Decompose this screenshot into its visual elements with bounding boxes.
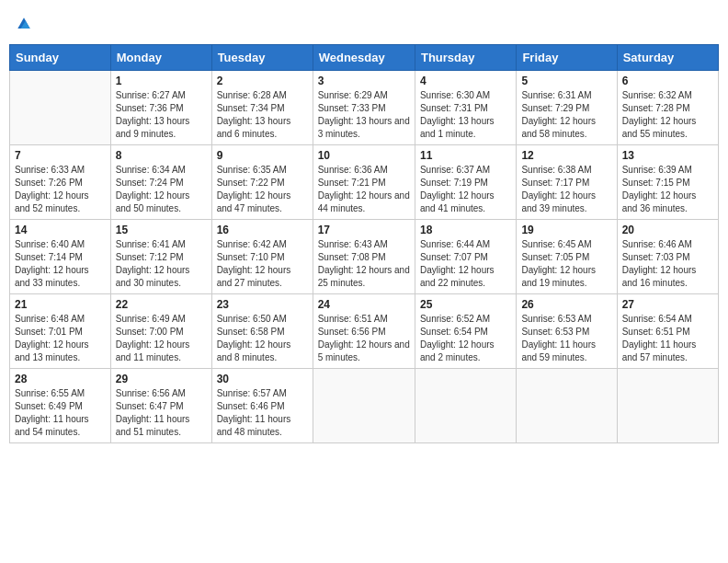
calendar-cell: 16Sunrise: 6:42 AMSunset: 7:10 PMDayligh… xyxy=(211,220,313,294)
calendar-cell: 5Sunrise: 6:31 AMSunset: 7:29 PMDaylight… xyxy=(517,71,617,145)
weekday-header-tuesday: Tuesday xyxy=(211,45,313,71)
calendar-cell: 17Sunrise: 6:43 AMSunset: 7:08 PMDayligh… xyxy=(313,220,415,294)
day-number: 9 xyxy=(217,149,308,162)
calendar-cell xyxy=(313,369,415,443)
day-info: Sunrise: 6:56 AMSunset: 6:47 PMDaylight:… xyxy=(116,387,207,439)
day-number: 12 xyxy=(521,149,611,162)
day-info: Sunrise: 6:36 AMSunset: 7:21 PMDaylight:… xyxy=(318,164,410,215)
calendar-cell: 19Sunrise: 6:45 AMSunset: 7:05 PMDayligh… xyxy=(517,220,617,294)
day-info: Sunrise: 6:28 AMSunset: 7:34 PMDaylight:… xyxy=(217,89,308,141)
day-number: 16 xyxy=(217,224,308,236)
day-number: 26 xyxy=(521,298,611,311)
day-number: 18 xyxy=(420,224,511,236)
calendar-cell: 22Sunrise: 6:49 AMSunset: 7:00 PMDayligh… xyxy=(110,294,211,369)
day-info: Sunrise: 6:46 AMSunset: 7:03 PMDaylight:… xyxy=(622,238,713,290)
day-number: 6 xyxy=(622,75,713,87)
calendar-cell: 21Sunrise: 6:48 AMSunset: 7:01 PMDayligh… xyxy=(10,294,111,369)
calendar-cell: 11Sunrise: 6:37 AMSunset: 7:19 PMDayligh… xyxy=(415,145,516,220)
calendar-cell: 7Sunrise: 6:33 AMSunset: 7:26 PMDaylight… xyxy=(10,145,111,220)
day-number: 27 xyxy=(622,298,713,311)
calendar-cell: 8Sunrise: 6:34 AMSunset: 7:24 PMDaylight… xyxy=(110,145,211,220)
weekday-header-sunday: Sunday xyxy=(10,45,111,71)
weekday-header-monday: Monday xyxy=(110,45,211,71)
day-number: 29 xyxy=(116,373,207,385)
calendar-cell xyxy=(617,369,718,443)
calendar-cell: 23Sunrise: 6:50 AMSunset: 6:58 PMDayligh… xyxy=(211,294,313,369)
day-info: Sunrise: 6:31 AMSunset: 7:29 PMDaylight:… xyxy=(521,89,611,141)
day-info: Sunrise: 6:48 AMSunset: 7:01 PMDaylight:… xyxy=(15,313,106,364)
calendar-cell: 10Sunrise: 6:36 AMSunset: 7:21 PMDayligh… xyxy=(313,145,415,220)
day-number: 15 xyxy=(116,224,207,236)
logo xyxy=(13,15,33,33)
calendar-cell xyxy=(415,369,516,443)
day-info: Sunrise: 6:40 AMSunset: 7:14 PMDaylight:… xyxy=(15,238,106,290)
day-number: 28 xyxy=(15,373,106,385)
calendar-cell: 27Sunrise: 6:54 AMSunset: 6:51 PMDayligh… xyxy=(617,294,718,369)
day-number: 21 xyxy=(15,298,106,311)
day-info: Sunrise: 6:51 AMSunset: 6:56 PMDaylight:… xyxy=(318,313,410,364)
calendar-week-row: 1Sunrise: 6:27 AMSunset: 7:36 PMDaylight… xyxy=(10,71,719,145)
weekday-header-saturday: Saturday xyxy=(617,45,718,71)
day-info: Sunrise: 6:45 AMSunset: 7:05 PMDaylight:… xyxy=(521,238,611,290)
day-number: 25 xyxy=(420,298,511,311)
calendar-cell: 3Sunrise: 6:29 AMSunset: 7:33 PMDaylight… xyxy=(313,71,415,145)
weekday-header-thursday: Thursday xyxy=(415,45,516,71)
day-number: 1 xyxy=(116,75,207,87)
calendar-cell: 12Sunrise: 6:38 AMSunset: 7:17 PMDayligh… xyxy=(517,145,617,220)
calendar-table: SundayMondayTuesdayWednesdayThursdayFrid… xyxy=(9,44,719,443)
day-info: Sunrise: 6:42 AMSunset: 7:10 PMDaylight:… xyxy=(217,238,308,290)
calendar-cell: 26Sunrise: 6:53 AMSunset: 6:53 PMDayligh… xyxy=(517,294,617,369)
day-number: 11 xyxy=(420,149,511,162)
day-number: 24 xyxy=(318,298,410,311)
calendar-cell: 18Sunrise: 6:44 AMSunset: 7:07 PMDayligh… xyxy=(415,220,516,294)
calendar-cell: 28Sunrise: 6:55 AMSunset: 6:49 PMDayligh… xyxy=(10,369,111,443)
day-info: Sunrise: 6:37 AMSunset: 7:19 PMDaylight:… xyxy=(420,164,511,215)
calendar-cell: 25Sunrise: 6:52 AMSunset: 6:54 PMDayligh… xyxy=(415,294,516,369)
day-info: Sunrise: 6:49 AMSunset: 7:00 PMDaylight:… xyxy=(116,313,207,364)
day-info: Sunrise: 6:35 AMSunset: 7:22 PMDaylight:… xyxy=(217,164,308,215)
calendar-cell: 9Sunrise: 6:35 AMSunset: 7:22 PMDaylight… xyxy=(211,145,313,220)
weekday-header-friday: Friday xyxy=(517,45,617,71)
calendar-week-row: 28Sunrise: 6:55 AMSunset: 6:49 PMDayligh… xyxy=(10,369,719,443)
calendar-cell: 14Sunrise: 6:40 AMSunset: 7:14 PMDayligh… xyxy=(10,220,111,294)
day-info: Sunrise: 6:44 AMSunset: 7:07 PMDaylight:… xyxy=(420,238,511,290)
page-header xyxy=(9,9,719,39)
day-info: Sunrise: 6:53 AMSunset: 6:53 PMDaylight:… xyxy=(521,313,611,364)
calendar-cell: 13Sunrise: 6:39 AMSunset: 7:15 PMDayligh… xyxy=(617,145,718,220)
calendar-cell: 15Sunrise: 6:41 AMSunset: 7:12 PMDayligh… xyxy=(110,220,211,294)
calendar-week-row: 7Sunrise: 6:33 AMSunset: 7:26 PMDaylight… xyxy=(10,145,719,220)
day-info: Sunrise: 6:33 AMSunset: 7:26 PMDaylight:… xyxy=(15,164,106,215)
day-info: Sunrise: 6:57 AMSunset: 6:46 PMDaylight:… xyxy=(217,387,308,439)
calendar-cell: 30Sunrise: 6:57 AMSunset: 6:46 PMDayligh… xyxy=(211,369,313,443)
day-info: Sunrise: 6:55 AMSunset: 6:49 PMDaylight:… xyxy=(15,387,106,439)
day-number: 23 xyxy=(217,298,308,311)
day-number: 4 xyxy=(420,75,511,87)
calendar-cell xyxy=(517,369,617,443)
day-info: Sunrise: 6:38 AMSunset: 7:17 PMDaylight:… xyxy=(521,164,611,215)
calendar-header-row: SundayMondayTuesdayWednesdayThursdayFrid… xyxy=(10,45,719,71)
day-number: 19 xyxy=(521,224,611,236)
day-info: Sunrise: 6:32 AMSunset: 7:28 PMDaylight:… xyxy=(622,89,713,141)
calendar-week-row: 21Sunrise: 6:48 AMSunset: 7:01 PMDayligh… xyxy=(10,294,719,369)
calendar-cell xyxy=(10,71,111,145)
day-number: 2 xyxy=(217,75,308,87)
calendar-week-row: 14Sunrise: 6:40 AMSunset: 7:14 PMDayligh… xyxy=(10,220,719,294)
day-number: 30 xyxy=(217,373,308,385)
day-info: Sunrise: 6:54 AMSunset: 6:51 PMDaylight:… xyxy=(622,313,713,364)
logo-icon xyxy=(15,15,33,33)
day-number: 10 xyxy=(318,149,410,162)
weekday-header-wednesday: Wednesday xyxy=(313,45,415,71)
calendar-cell: 1Sunrise: 6:27 AMSunset: 7:36 PMDaylight… xyxy=(110,71,211,145)
day-info: Sunrise: 6:52 AMSunset: 6:54 PMDaylight:… xyxy=(420,313,511,364)
day-number: 22 xyxy=(116,298,207,311)
day-number: 13 xyxy=(622,149,713,162)
calendar-cell: 24Sunrise: 6:51 AMSunset: 6:56 PMDayligh… xyxy=(313,294,415,369)
calendar-cell: 2Sunrise: 6:28 AMSunset: 7:34 PMDaylight… xyxy=(211,71,313,145)
day-number: 5 xyxy=(521,75,611,87)
day-info: Sunrise: 6:29 AMSunset: 7:33 PMDaylight:… xyxy=(318,89,410,141)
day-info: Sunrise: 6:41 AMSunset: 7:12 PMDaylight:… xyxy=(116,238,207,290)
calendar-cell: 29Sunrise: 6:56 AMSunset: 6:47 PMDayligh… xyxy=(110,369,211,443)
day-number: 14 xyxy=(15,224,106,236)
day-number: 17 xyxy=(318,224,410,236)
day-number: 3 xyxy=(318,75,410,87)
